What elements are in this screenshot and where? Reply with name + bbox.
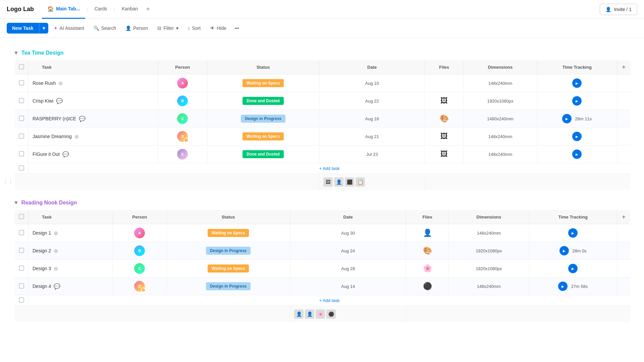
add-task-button[interactable]: + Add task: [29, 295, 630, 306]
add-subtask-icon[interactable]: ⊕: [58, 80, 63, 86]
date-cell: Aug 28: [290, 260, 406, 278]
files-column-header: Files: [406, 210, 449, 224]
row-checkbox[interactable]: [19, 283, 24, 289]
comment-icon[interactable]: 💬: [79, 116, 86, 122]
reading-nook-table: Task Person Status Date Files Dimensions…: [13, 210, 631, 322]
extra-cell: [617, 110, 631, 128]
dimensions-value: 148x240mm: [488, 81, 513, 86]
comment-icon[interactable]: 💬: [56, 98, 63, 104]
add-task-button[interactable]: + Add task: [29, 163, 630, 174]
tab-main[interactable]: 🏠 Main Tab...: [42, 0, 85, 19]
add-subtask-icon[interactable]: ⊕: [54, 265, 58, 272]
status-badge: Waiting on Specs: [208, 264, 249, 273]
time-play-button[interactable]: ▶: [568, 228, 578, 238]
dimensions-value: 644x362px: [487, 99, 513, 104]
date-value: Aug 21: [365, 134, 379, 139]
reading-nook-toggle[interactable]: ▼: [13, 200, 19, 206]
files-cell: ⚫: [406, 278, 449, 295]
filter-button[interactable]: ⊟ Filter ▾: [153, 23, 182, 34]
dimensions-value: 148x240mm: [488, 134, 513, 139]
time-value: 28m 11s: [575, 116, 592, 121]
table-row: Design 3 ⊕ C Waiting on Specs Aug 28: [14, 260, 631, 278]
add-task-row: + Add task: [14, 163, 631, 174]
file-icon: 🖼: [440, 150, 448, 158]
person-filter-button[interactable]: 👤 Person: [121, 23, 152, 34]
time-play-button[interactable]: ▶: [572, 78, 582, 88]
date-column-header: Date: [319, 60, 425, 74]
row-checkbox[interactable]: [19, 80, 24, 85]
hide-button[interactable]: 👁 Hide: [206, 23, 230, 34]
person-cell: C: [113, 260, 167, 278]
sort-button[interactable]: ↕ Sort: [184, 23, 205, 34]
comment-icon[interactable]: 💬: [62, 151, 69, 158]
more-options-button[interactable]: •••: [232, 23, 242, 34]
status-cell: Waiting on Specs: [207, 128, 319, 145]
time-play-button[interactable]: ▶: [572, 132, 582, 141]
status-column-header: Status: [167, 210, 290, 224]
header-left: Logo Lab 🏠 Main Tab... | Cards | Kanban …: [7, 0, 153, 19]
row-checkbox[interactable]: [19, 98, 24, 103]
time-play-button[interactable]: ▶: [572, 149, 582, 159]
select-all-checkbox[interactable]: [19, 64, 24, 69]
date-cell: Aug 24: [290, 242, 406, 260]
add-tab-button[interactable]: +: [143, 5, 153, 13]
select-all-checkbox[interactable]: [19, 214, 24, 219]
invite-button[interactable]: 👤 Invite / 1: [600, 4, 637, 15]
dimensions-column-header: Dimensions: [464, 60, 537, 74]
tea-time-table: Task Person Status Date Files Dimensions…: [13, 60, 631, 190]
add-column-button[interactable]: +: [622, 214, 626, 220]
comment-icon[interactable]: 💬: [54, 283, 60, 290]
add-column-button[interactable]: +: [622, 64, 626, 70]
row-checkbox-cell: [14, 242, 29, 260]
add-task-checkbox-el[interactable]: [19, 165, 24, 171]
extra-cell: [617, 242, 631, 260]
add-task-checkbox-el[interactable]: [19, 297, 24, 303]
search-button[interactable]: 🔍 Search: [90, 23, 120, 34]
time-tracking-column-header: Time Tracking: [529, 210, 617, 224]
new-task-button[interactable]: New Task ▾: [7, 23, 48, 34]
row-checkbox[interactable]: [19, 248, 24, 253]
task-name: FIGure it Out: [33, 152, 60, 157]
time-tracking-cell: ▶: [537, 92, 617, 110]
extra-cell: [617, 260, 631, 278]
file-thumb: 👤: [334, 177, 343, 187]
ai-assistant-button[interactable]: ✦ AI Assistant: [50, 23, 88, 34]
files-preview-row: 👤 👤 🌸 ⚫: [14, 306, 631, 322]
time-play-button[interactable]: ▶: [568, 264, 578, 273]
header: Logo Lab 🏠 Main Tab... | Cards | Kanban …: [0, 0, 644, 19]
status-badge: Done and Dusted: [243, 97, 284, 105]
status-column-header: Status: [207, 60, 319, 74]
time-play-button[interactable]: ▶: [558, 282, 568, 291]
row-checkbox[interactable]: [19, 133, 24, 139]
file-icon: 🌸: [423, 264, 432, 273]
file-icon: 🎨: [440, 114, 449, 123]
main-content: ▼ Tea Time Design Task Person Status Dat…: [0, 38, 644, 362]
left-panel-toggle[interactable]: ⋮⋮: [0, 175, 16, 187]
avatar: A: [177, 78, 188, 88]
status-cell: Done and Dusted: [207, 145, 319, 163]
row-checkbox[interactable]: [19, 265, 24, 271]
files-cell: [425, 74, 464, 92]
row-checkbox[interactable]: [19, 151, 24, 157]
file-icon: ⚫: [423, 282, 432, 290]
notification-badge: !: [184, 138, 189, 142]
time-play-button[interactable]: ▶: [562, 114, 572, 123]
tea-time-toggle[interactable]: ▼: [13, 50, 19, 56]
add-subtask-icon[interactable]: ⊕: [54, 248, 58, 254]
time-play-button[interactable]: ▶: [559, 246, 569, 255]
task-name: Crisp Kiwi: [33, 98, 53, 104]
new-task-dropdown-arrow[interactable]: ▾: [39, 23, 48, 34]
time-play-button[interactable]: ▶: [572, 96, 582, 106]
date-cell: Aug 22: [319, 92, 425, 110]
add-subtask-icon[interactable]: ⊕: [54, 230, 58, 236]
row-checkbox-cell: [14, 278, 29, 295]
add-subtask-icon[interactable]: ⊕: [74, 133, 79, 140]
tab-cards[interactable]: Cards: [89, 0, 112, 19]
dimensions-cell: 148x240mm: [464, 128, 537, 145]
row-checkbox[interactable]: [19, 116, 24, 121]
tab-bar: 🏠 Main Tab... | Cards | Kanban +: [42, 0, 153, 19]
avatar: B: [134, 245, 145, 256]
date-value: Aug 22: [365, 99, 379, 104]
row-checkbox[interactable]: [19, 230, 24, 235]
tab-kanban[interactable]: Kanban: [116, 0, 143, 19]
